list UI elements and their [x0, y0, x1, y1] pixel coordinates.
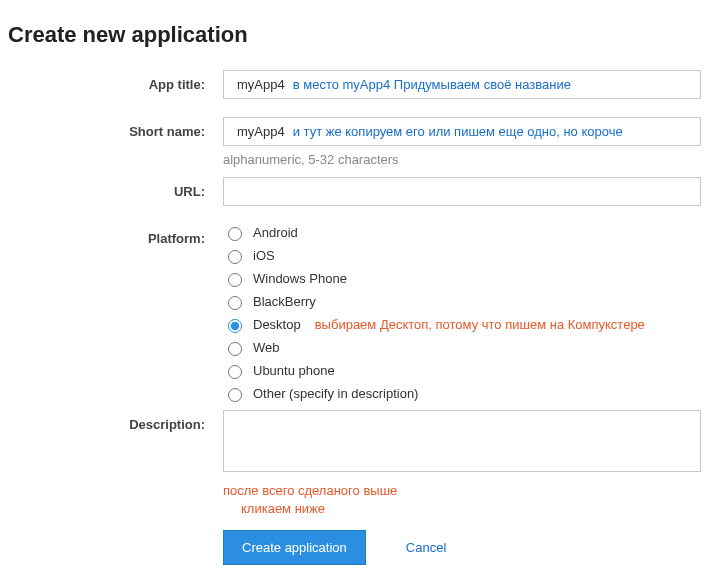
- label-platform: Platform:: [8, 224, 223, 246]
- label-description: Description:: [8, 410, 223, 432]
- platform-option-blackberry[interactable]: BlackBerry: [223, 293, 701, 310]
- platform-label: BlackBerry: [253, 294, 316, 309]
- post-instructions-line1: после всего сделаного выше: [223, 482, 701, 500]
- label-url: URL:: [8, 177, 223, 199]
- post-instructions-line2: кликаем ниже: [223, 500, 701, 518]
- platform-option-ubuntu-phone[interactable]: Ubuntu phone: [223, 362, 701, 379]
- row-platform: Platform: AndroidiOSWindows PhoneBlackBe…: [8, 224, 711, 402]
- row-url: URL:: [8, 177, 711, 206]
- label-app-title: App title:: [8, 70, 223, 92]
- platform-option-ios[interactable]: iOS: [223, 247, 701, 264]
- row-app-title: App title: myApp4 в место myApp4 Придумы…: [8, 70, 711, 99]
- platform-label: Windows Phone: [253, 271, 347, 286]
- platform-label: Web: [253, 340, 280, 355]
- create-application-button[interactable]: Create application: [223, 530, 366, 565]
- platform-option-web[interactable]: Web: [223, 339, 701, 356]
- platform-option-android[interactable]: Android: [223, 224, 701, 241]
- short-name-input[interactable]: [223, 117, 701, 146]
- platform-option-windows-phone[interactable]: Windows Phone: [223, 270, 701, 287]
- platform-radio[interactable]: [228, 388, 242, 402]
- platform-radio[interactable]: [228, 365, 242, 379]
- platform-label: Other (specify in description): [253, 386, 418, 401]
- platform-list: AndroidiOSWindows PhoneBlackBerryDesktop…: [223, 224, 701, 402]
- cancel-link[interactable]: Cancel: [406, 540, 446, 555]
- platform-label: iOS: [253, 248, 275, 263]
- post-instructions: после всего сделаного выше кликаем ниже: [223, 482, 701, 518]
- page-title: Create new application: [8, 22, 711, 48]
- row-description: Description: после всего сделаного выше …: [8, 410, 711, 518]
- app-title-input[interactable]: [223, 70, 701, 99]
- label-short-name: Short name:: [8, 117, 223, 139]
- platform-radio[interactable]: [228, 273, 242, 287]
- platform-radio[interactable]: [228, 250, 242, 264]
- platform-option-other-specify-in-description-[interactable]: Other (specify in description): [223, 385, 701, 402]
- platform-radio[interactable]: [228, 296, 242, 310]
- platform-label: Android: [253, 225, 298, 240]
- platform-option-desktop[interactable]: Desktopвыбираем Десктоп, потому что пише…: [223, 316, 701, 333]
- row-actions: Create application Cancel: [8, 522, 711, 565]
- platform-radio[interactable]: [228, 342, 242, 356]
- platform-radio[interactable]: [228, 227, 242, 241]
- short-name-hint: alphanumeric, 5-32 characters: [223, 152, 701, 167]
- url-input[interactable]: [223, 177, 701, 206]
- platform-annotation: выбираем Десктоп, потому что пишем на Ко…: [315, 317, 645, 332]
- description-textarea[interactable]: [223, 410, 701, 472]
- platform-label: Desktop: [253, 317, 301, 332]
- row-short-name: Short name: myApp4 и тут же копируем его…: [8, 117, 711, 167]
- platform-label: Ubuntu phone: [253, 363, 335, 378]
- platform-radio[interactable]: [228, 319, 242, 333]
